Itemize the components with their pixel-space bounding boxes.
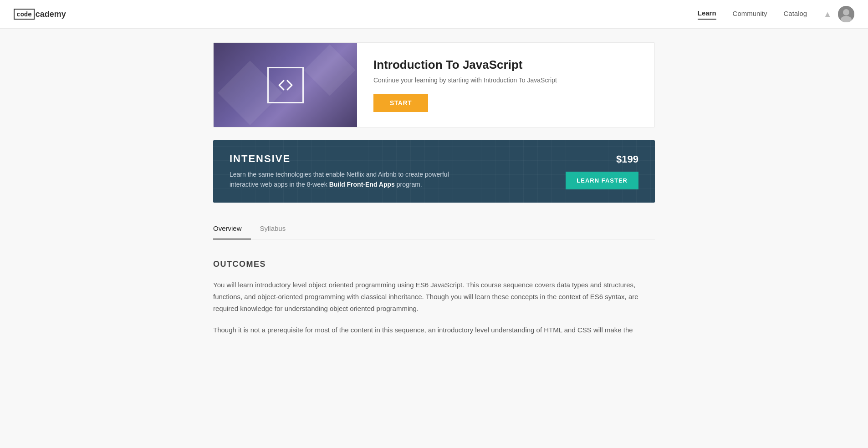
logo-code-part: code	[14, 9, 35, 20]
intensive-right-content: $199 LEARN FASTER	[566, 153, 638, 189]
course-hero-content: Introduction To JavaScript Continue your…	[357, 43, 573, 127]
course-tabs: Overview Syllabus	[213, 219, 655, 239]
header: codecademy Learn Community Catalog ▲	[0, 0, 868, 29]
notification-bell-icon[interactable]: ▲	[823, 10, 832, 19]
outcomes-paragraph-2: Though it is not a prerequisite for most…	[213, 324, 655, 336]
intensive-description: Learn the same technologies that enable …	[230, 169, 457, 190]
course-title: Introduction To JavaScript	[373, 58, 557, 72]
outcomes-section: OUTCOMES You will learn introductory lev…	[213, 260, 655, 336]
intensive-price: $199	[616, 153, 638, 165]
tab-overview[interactable]: Overview	[213, 219, 251, 239]
learn-faster-button[interactable]: LEARN FASTER	[566, 172, 638, 189]
nav-learn[interactable]: Learn	[698, 9, 716, 20]
course-hero-card: Introduction To JavaScript Continue your…	[213, 42, 655, 127]
intensive-desc-bold: Build Front-End Apps	[329, 181, 395, 188]
main-nav: Learn Community Catalog ▲	[698, 6, 854, 22]
nav-community[interactable]: Community	[733, 10, 767, 19]
outcomes-paragraph-1: You will learn introductory level object…	[213, 279, 655, 315]
avatar-image	[838, 6, 854, 22]
chevrons-icon	[276, 76, 295, 94]
svg-point-1	[843, 9, 849, 15]
logo-academy-part: cademy	[36, 10, 66, 19]
code-bracket-icon	[267, 67, 304, 103]
logo[interactable]: codecademy	[14, 9, 66, 20]
user-avatar[interactable]	[838, 6, 854, 22]
intensive-banner: INTENSIVE Learn the same technologies th…	[213, 140, 655, 203]
intensive-title: INTENSIVE	[230, 153, 457, 165]
nav-catalog[interactable]: Catalog	[783, 10, 807, 19]
tab-syllabus[interactable]: Syllabus	[251, 219, 295, 239]
outcomes-title: OUTCOMES	[213, 260, 655, 269]
course-subtitle: Continue your learning by starting with …	[373, 76, 557, 84]
intensive-left-content: INTENSIVE Learn the same technologies th…	[230, 153, 457, 190]
intensive-desc-end: program.	[395, 181, 422, 188]
nav-icons: ▲	[823, 6, 854, 22]
main-content: Introduction To JavaScript Continue your…	[204, 29, 664, 372]
start-button[interactable]: START	[373, 94, 428, 112]
course-hero-image	[214, 43, 357, 127]
